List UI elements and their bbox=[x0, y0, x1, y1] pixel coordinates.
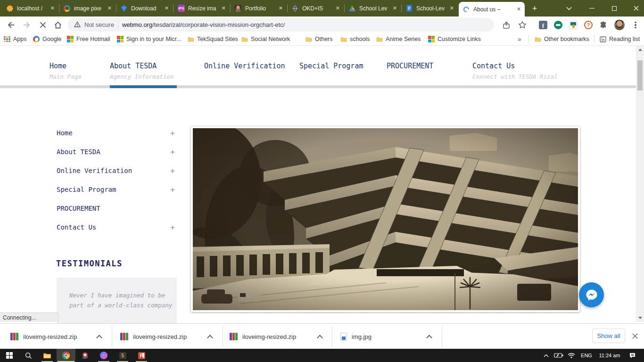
tab-search-chevron[interactable] bbox=[561, 0, 577, 16]
messenger-chat-button[interactable] bbox=[579, 282, 604, 307]
tab-portfolio[interactable]: Portfolio ✕ bbox=[231, 0, 287, 16]
nav-online-verification[interactable]: Online Verification bbox=[204, 62, 285, 70]
window-close-button[interactable] bbox=[628, 0, 644, 16]
tab-image-pixel[interactable]: image pixe ✕ bbox=[59, 0, 116, 16]
sidebar-item-about-tesda[interactable]: About TESDA + bbox=[57, 148, 177, 161]
bookmark-folder-teksquad[interactable]: TekSquad Sites bbox=[188, 34, 238, 44]
scrollbar-thumb[interactable] bbox=[637, 60, 643, 90]
address-bar[interactable]: Not secure webmo.org/tesdarizal/corporat… bbox=[67, 18, 494, 32]
show-all-downloads-button[interactable]: Show all bbox=[592, 329, 625, 343]
sidebar-item-special-program[interactable]: Special Program + bbox=[57, 185, 177, 198]
tab-about-us-active[interactable]: About us – ✕ bbox=[459, 2, 525, 16]
download-menu-chevron[interactable] bbox=[93, 330, 105, 343]
bookmarks-overflow-chevron[interactable]: » bbox=[518, 34, 521, 44]
action-center-icon[interactable] bbox=[626, 349, 638, 362]
tab-okd-is[interactable]: OKD+IS ✕ bbox=[288, 0, 344, 16]
bookmark-apps[interactable]: Apps bbox=[4, 34, 27, 44]
plus-icon[interactable]: + bbox=[170, 223, 175, 232]
download-item[interactable]: iloveimg-resized.zip bbox=[230, 328, 296, 346]
tray-language-indicator[interactable]: ENG bbox=[579, 349, 594, 362]
download-item[interactable]: iloveimg-resized.zip bbox=[10, 328, 77, 346]
forward-button[interactable] bbox=[21, 19, 33, 31]
plus-icon[interactable]: + bbox=[170, 148, 175, 156]
other-bookmarks-button[interactable]: Other bookmarks bbox=[535, 34, 589, 44]
download-item[interactable]: iloveimg-resized.zip bbox=[120, 328, 187, 346]
taskbar-chrome[interactable] bbox=[57, 349, 75, 362]
portrait-favicon bbox=[234, 5, 242, 12]
tab-close-icon[interactable]: ✕ bbox=[336, 5, 340, 11]
download-item[interactable]: img.jpg bbox=[340, 328, 372, 346]
tab-close-icon[interactable]: ✕ bbox=[450, 5, 454, 11]
nav-contact-us[interactable]: Contact Us Connect with TESDA Rizal bbox=[472, 62, 558, 80]
new-tab-button[interactable]: + bbox=[529, 3, 540, 14]
home-button[interactable] bbox=[52, 19, 64, 31]
plus-icon[interactable]: + bbox=[170, 166, 175, 175]
window-maximize-button[interactable] bbox=[606, 0, 622, 16]
tab-close-icon[interactable]: ✕ bbox=[50, 5, 55, 11]
download-menu-chevron[interactable] bbox=[204, 330, 216, 343]
bookmark-folder-others[interactable]: Others bbox=[305, 34, 333, 44]
extensions-puzzle-icon[interactable] bbox=[598, 19, 609, 31]
bookmark-star-icon[interactable] bbox=[517, 19, 528, 31]
tab-resize-image[interactable]: JPG Resize ima ✕ bbox=[173, 0, 230, 16]
page-scrollbar[interactable] bbox=[636, 46, 644, 322]
tray-battery-icon[interactable] bbox=[553, 349, 565, 362]
back-button[interactable] bbox=[5, 19, 17, 31]
scrollbar-up-arrow[interactable] bbox=[636, 46, 644, 54]
stop-loading-button[interactable] bbox=[37, 19, 49, 31]
nav-about-tesda[interactable]: About TESDA Agency Information bbox=[110, 62, 173, 80]
url-text[interactable]: webmo.org/tesdarizal/corporate-vision-mi… bbox=[122, 21, 285, 28]
taskbar-paint-app[interactable] bbox=[75, 349, 94, 362]
download-menu-chevron[interactable] bbox=[423, 330, 435, 343]
tab-download[interactable]: Download ✕ bbox=[116, 0, 173, 16]
bookmark-folder-social-network[interactable]: Social Network bbox=[241, 34, 290, 44]
close-download-shelf-button[interactable] bbox=[629, 330, 641, 342]
taskbar-search-button[interactable] bbox=[19, 349, 38, 362]
tray-clock[interactable]: 11:24 am bbox=[595, 349, 624, 362]
bookmark-customize-links[interactable]: Customize Links bbox=[428, 34, 481, 44]
facebook-extension-icon[interactable]: f bbox=[537, 19, 549, 31]
bookmark-free-hotmail[interactable]: Free Hotmail bbox=[67, 34, 110, 44]
tab-close-icon[interactable]: ✕ bbox=[222, 5, 226, 11]
classroom-extension-icon[interactable] bbox=[568, 19, 579, 31]
tab-localhost[interactable]: localhost / ✕ bbox=[2, 0, 58, 16]
tab-close-icon[interactable]: ✕ bbox=[107, 5, 112, 11]
tray-show-hidden-icons[interactable] bbox=[540, 349, 552, 362]
help-extension-icon[interactable]: ? bbox=[583, 19, 594, 31]
plus-icon[interactable]: + bbox=[170, 129, 175, 138]
nav-special-program[interactable]: Special Program bbox=[299, 62, 363, 70]
tray-wifi-icon[interactable] bbox=[566, 349, 577, 362]
sidebar-item-contact-us[interactable]: Contact Us + bbox=[57, 223, 177, 236]
tab-school-level-doc[interactable]: School-Lev ✕ bbox=[402, 0, 458, 16]
profile-avatar[interactable] bbox=[614, 19, 625, 31]
scrollbar-down-arrow[interactable] bbox=[636, 314, 644, 322]
bookmark-folder-anime-series[interactable]: Anime Series bbox=[376, 34, 421, 44]
tab-close-icon[interactable]: ✕ bbox=[165, 5, 169, 11]
bookmark-sign-in-microsoft[interactable]: Sign in to your Micr... bbox=[117, 34, 182, 44]
reading-list-button[interactable]: Reading list bbox=[600, 34, 640, 44]
tab-school-level[interactable]: School Lev ✕ bbox=[345, 0, 401, 16]
sidebar-item-online-verification[interactable]: Online Verification + bbox=[57, 166, 177, 180]
start-button[interactable] bbox=[0, 349, 19, 362]
sidebar-item-home[interactable]: Home + bbox=[57, 129, 177, 142]
taskbar-sublime-text[interactable]: S bbox=[113, 349, 132, 362]
window-minimize-button[interactable] bbox=[584, 0, 600, 16]
sidebar-item-procurement[interactable]: PROCUREMENT bbox=[57, 204, 177, 217]
download-menu-chevron[interactable] bbox=[314, 330, 326, 343]
taskbar-file-explorer[interactable] bbox=[38, 349, 57, 362]
green-extension-icon[interactable] bbox=[553, 19, 564, 31]
nav-procurement[interactable]: PROCUREMENT bbox=[387, 62, 433, 70]
plus-icon[interactable]: + bbox=[170, 185, 175, 194]
tab-close-icon[interactable]: ✕ bbox=[393, 5, 397, 11]
tab-close-icon[interactable]: ✕ bbox=[279, 5, 283, 11]
tab-close-icon[interactable]: ✕ bbox=[517, 6, 521, 12]
bookmark-folder-schools[interactable]: schools bbox=[340, 34, 370, 44]
taskbar-powerpoint[interactable]: P bbox=[132, 349, 151, 362]
paint-app-icon bbox=[82, 352, 89, 359]
browser-menu-icon[interactable] bbox=[630, 19, 641, 31]
security-label[interactable]: Not secure bbox=[84, 21, 114, 28]
nav-home[interactable]: Home Main Page bbox=[50, 62, 82, 80]
share-icon[interactable] bbox=[501, 19, 512, 31]
taskbar-messenger[interactable] bbox=[94, 349, 113, 362]
bookmark-google[interactable]: Google bbox=[33, 34, 61, 44]
